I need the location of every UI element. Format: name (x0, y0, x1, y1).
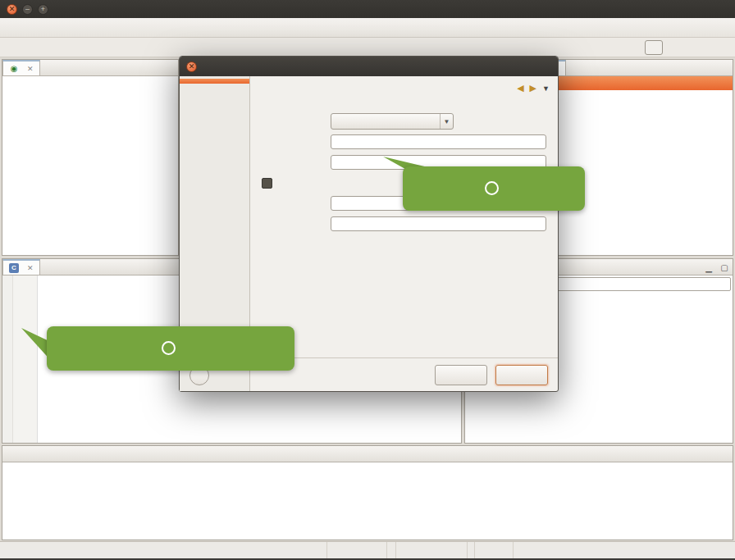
ok-button[interactable] (495, 365, 548, 385)
callout-1-line1 (47, 341, 294, 357)
callout-2-line1 (403, 181, 585, 197)
field-row-type: ▼ (262, 113, 546, 130)
tab-blink-c[interactable]: C ✕ (2, 259, 40, 275)
editor-marker-ruler[interactable] (2, 275, 13, 443)
debug-view-tabstrip: ◉ ✕ (2, 60, 178, 76)
chevron-down-icon: ▼ (440, 114, 453, 129)
maximize-icon[interactable]: ▢ (718, 261, 731, 274)
dialog-titlebar: ✕ (180, 57, 558, 76)
status-insert-mode (395, 542, 468, 558)
close-icon[interactable]: ✕ (27, 264, 34, 272)
eclipse-window: ✕ – + ◉ ✕ ▦ ✕ (0, 0, 735, 560)
dialog-content: ◀ ▶ ▼ ▼ (250, 76, 558, 391)
enabled-checkbox[interactable] (262, 178, 272, 189)
tab-debug[interactable]: ◉ ✕ (2, 60, 40, 75)
cancel-button[interactable] (435, 365, 487, 385)
field-row-file (262, 134, 546, 150)
window-minimize-icon[interactable]: – (22, 4, 33, 15)
minimize-icon[interactable]: ▁ (702, 261, 715, 274)
console-process-label (6, 464, 729, 476)
window-close-icon[interactable]: ✕ (7, 4, 17, 15)
disassembly-strip-icons: ▁ ▢ (702, 259, 731, 275)
field-row-class (262, 93, 546, 109)
dialog-close-icon[interactable]: ✕ (186, 61, 197, 72)
field-row-ignore-count (262, 216, 546, 232)
back-icon[interactable]: ◀ (517, 83, 523, 93)
callout-1-number (162, 341, 176, 355)
c-file-icon: C (9, 263, 19, 273)
debug-view-panel: ◉ ✕ (2, 59, 179, 256)
callout-2-number (485, 181, 499, 195)
close-icon[interactable]: ✕ (27, 65, 34, 73)
quick-access-button[interactable] (645, 40, 663, 55)
status-writable (326, 542, 387, 558)
dialog-heading (250, 76, 558, 89)
forward-icon[interactable]: ▶ (530, 83, 536, 93)
ignore-count-field[interactable] (331, 216, 546, 231)
status-bar (0, 541, 735, 558)
window-maximize-icon[interactable]: + (38, 4, 48, 15)
callout-1 (47, 326, 294, 371)
dialog-buttons (435, 365, 548, 385)
debug-tree (2, 76, 178, 255)
callout-2 (403, 166, 585, 211)
type-dropdown[interactable]: ▼ (331, 113, 454, 130)
sidebar-item-common[interactable] (180, 79, 249, 84)
console-output[interactable] (2, 462, 733, 540)
dialog-nav: ◀ ▶ ▼ (517, 83, 550, 93)
file-field[interactable] (331, 134, 546, 149)
console-panel (2, 445, 733, 540)
window-titlebar: ✕ – + (0, 0, 735, 18)
perspective-bar (0, 38, 735, 57)
console-tabstrip (2, 446, 733, 462)
debug-view-icon: ◉ (9, 64, 19, 73)
main-toolbar (0, 18, 735, 38)
view-menu-icon[interactable]: ▼ (542, 84, 550, 93)
status-cursor-position (474, 542, 514, 558)
